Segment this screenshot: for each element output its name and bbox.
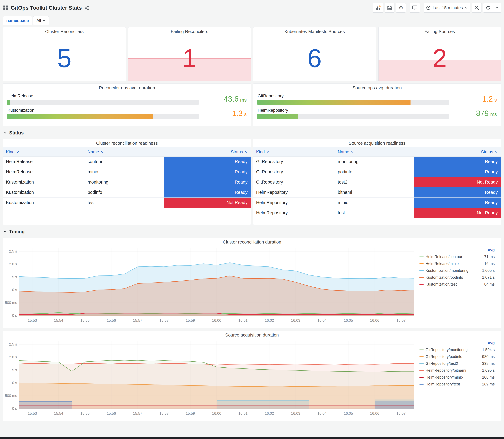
legend-series-name[interactable]: HelmRelease/contour bbox=[426, 255, 482, 259]
legend-series-avg: 84 ms bbox=[484, 282, 495, 286]
filter-funnel-icon[interactable] bbox=[266, 150, 270, 154]
legend-avg-header[interactable]: avg bbox=[419, 248, 495, 252]
filter-funnel-icon[interactable] bbox=[100, 150, 104, 154]
share-icon[interactable] bbox=[85, 5, 89, 10]
chevron-down-icon bbox=[3, 131, 7, 135]
panel-title[interactable]: Cluster Reconcilers bbox=[3, 27, 126, 36]
time-range-picker[interactable]: Last 15 minutes bbox=[424, 3, 470, 12]
svg-text:16:02: 16:02 bbox=[265, 318, 274, 322]
panel-title[interactable]: Failing Reconcilers bbox=[128, 27, 251, 36]
header-actions: ⚙ Last 15 minutes bbox=[373, 3, 501, 12]
bar-gauge-row: HelmRepository 879ms bbox=[253, 106, 501, 121]
table-row: HelmRepository bitnami Ready bbox=[253, 187, 501, 197]
readiness-table: KindNameStatus GitRepository monitoring … bbox=[253, 147, 501, 218]
namespace-filter-label[interactable]: namespace bbox=[3, 16, 32, 25]
legend-item[interactable]: HelmRepository/bitnami 1.695 s bbox=[419, 367, 495, 374]
refresh-button[interactable] bbox=[483, 3, 493, 12]
gauge-value-number: 879 bbox=[476, 109, 489, 118]
legend-series-name[interactable]: HelmRepository/bitnami bbox=[426, 368, 480, 373]
legend-item[interactable]: GitRepository/podinfo 980 ms bbox=[419, 353, 495, 360]
column-header-kind[interactable]: Kind bbox=[253, 147, 335, 157]
legend-series-name[interactable]: Kustomization/test bbox=[426, 282, 482, 286]
legend-series-name[interactable]: GitRepository/podinfo bbox=[426, 354, 480, 359]
zoom-out-time-button[interactable] bbox=[472, 3, 482, 12]
section-status[interactable]: Status bbox=[3, 128, 501, 137]
column-header-status[interactable]: Status bbox=[164, 147, 251, 157]
legend-item[interactable]: Kustomization/podinfo 1.071 s bbox=[419, 274, 495, 281]
legend-item[interactable]: GitRepository/monitoring 1.594 s bbox=[419, 346, 495, 353]
add-panel-button[interactable] bbox=[373, 3, 383, 12]
dashboard-settings-button[interactable]: ⚙ bbox=[396, 3, 406, 12]
legend-series-name[interactable]: GitRepository/monitoring bbox=[426, 348, 480, 352]
cell-kind: HelmRelease bbox=[3, 157, 85, 167]
legend-item[interactable]: GitRepository/test2 338 ms bbox=[419, 360, 495, 367]
panel-title[interactable]: Source ops avg. duration bbox=[253, 84, 501, 92]
svg-text:15:59: 15:59 bbox=[186, 411, 195, 415]
namespace-filter-value[interactable]: All bbox=[33, 16, 49, 25]
status-badge: Not Ready bbox=[164, 198, 251, 208]
filter-funnel-icon[interactable] bbox=[351, 150, 354, 154]
svg-text:15:54: 15:54 bbox=[54, 318, 63, 322]
save-dashboard-button[interactable] bbox=[385, 3, 394, 12]
panel-title[interactable]: Source acquisition readiness bbox=[253, 139, 501, 147]
filter-funnel-icon[interactable] bbox=[16, 150, 19, 154]
legend-avg-header[interactable]: avg bbox=[419, 341, 495, 345]
refresh-interval-dropdown[interactable] bbox=[493, 3, 501, 12]
filter-funnel-icon[interactable] bbox=[245, 150, 248, 154]
legend-series-name[interactable]: HelmRepository/test bbox=[426, 382, 480, 386]
filter-funnel-icon[interactable] bbox=[495, 150, 498, 154]
gauge-value: 1.3s bbox=[204, 109, 247, 118]
bar-gauge-row: GitRepository 1.2s bbox=[253, 92, 501, 106]
stat-value-wrap: 1 bbox=[128, 36, 251, 81]
cell-status: Ready bbox=[414, 167, 501, 177]
legend-series-name[interactable]: HelmRepository/minio bbox=[426, 375, 480, 379]
svg-text:2.0 s: 2.0 s bbox=[9, 262, 17, 266]
svg-text:2.5 s: 2.5 s bbox=[9, 342, 17, 346]
panel-title[interactable]: Source acquisition duration bbox=[3, 331, 501, 339]
section-timing[interactable]: Timing bbox=[3, 227, 501, 236]
legend-item[interactable]: HelmRelease/contour 71 ms bbox=[419, 253, 495, 260]
cell-kind: HelmRepository bbox=[253, 208, 335, 218]
legend-series-avg: 1.605 s bbox=[482, 268, 495, 273]
panel-title[interactable]: Cluster reconciliation readiness bbox=[3, 139, 251, 147]
gauge-value-unit: ms bbox=[240, 97, 247, 103]
panel-title[interactable]: Reconciler ops avg. duration bbox=[3, 84, 251, 92]
column-header-name[interactable]: Name bbox=[335, 147, 414, 157]
column-header-status[interactable]: Status bbox=[414, 147, 501, 157]
legend-item[interactable]: HelmRepository/test 289 ms bbox=[419, 381, 495, 388]
stat-value: 6 bbox=[307, 45, 322, 71]
gauge-fill bbox=[257, 114, 298, 119]
legend-item[interactable]: Kustomization/test 84 ms bbox=[419, 281, 495, 288]
cell-name: minio bbox=[85, 167, 164, 177]
clock-icon bbox=[426, 5, 431, 10]
panel-title[interactable]: Failing Sources bbox=[379, 27, 501, 36]
stat-value: 2 bbox=[432, 45, 447, 71]
cell-name: contour bbox=[85, 157, 164, 167]
tv-mode-button[interactable] bbox=[410, 3, 420, 12]
svg-text:2.0 s: 2.0 s bbox=[9, 355, 17, 359]
status-badge: Ready bbox=[164, 187, 251, 197]
column-header-kind[interactable]: Kind bbox=[3, 147, 85, 157]
legend-series-avg: 289 ms bbox=[482, 382, 495, 386]
legend-series-avg: 338 ms bbox=[482, 361, 495, 366]
legend-series-name[interactable]: Kustomization/monitoring bbox=[426, 268, 480, 273]
legend-series-name[interactable]: HelmRelease/minio bbox=[426, 261, 482, 266]
series-color-dash bbox=[419, 370, 424, 371]
chevron-down-icon bbox=[3, 230, 7, 234]
legend-series-name[interactable]: GitRepository/test2 bbox=[426, 361, 480, 366]
table-row: Kustomization test Not Ready bbox=[3, 197, 251, 208]
cell-name: podinfo bbox=[335, 167, 414, 177]
legend-series-name[interactable]: Kustomization/podinfo bbox=[426, 275, 480, 280]
cell-kind: GitRepository bbox=[253, 177, 335, 187]
variables-bar: namespace All bbox=[3, 16, 501, 25]
legend-item[interactable]: Kustomization/monitoring 1.605 s bbox=[419, 267, 495, 274]
panel-title[interactable]: Cluster reconciliation duration bbox=[3, 238, 501, 246]
svg-text:15:55: 15:55 bbox=[80, 318, 89, 322]
dashboards-grid-icon[interactable] bbox=[3, 5, 8, 10]
column-header-name[interactable]: Name bbox=[85, 147, 164, 157]
svg-text:15:56: 15:56 bbox=[107, 318, 116, 322]
gauge-label: HelmRelease bbox=[8, 94, 199, 98]
legend-item[interactable]: HelmRelease/minio 16 ms bbox=[419, 260, 495, 267]
legend-item[interactable]: HelmRepository/minio 108 ms bbox=[419, 374, 495, 381]
panel-title[interactable]: Kubernetes Manifests Sources bbox=[253, 27, 376, 36]
